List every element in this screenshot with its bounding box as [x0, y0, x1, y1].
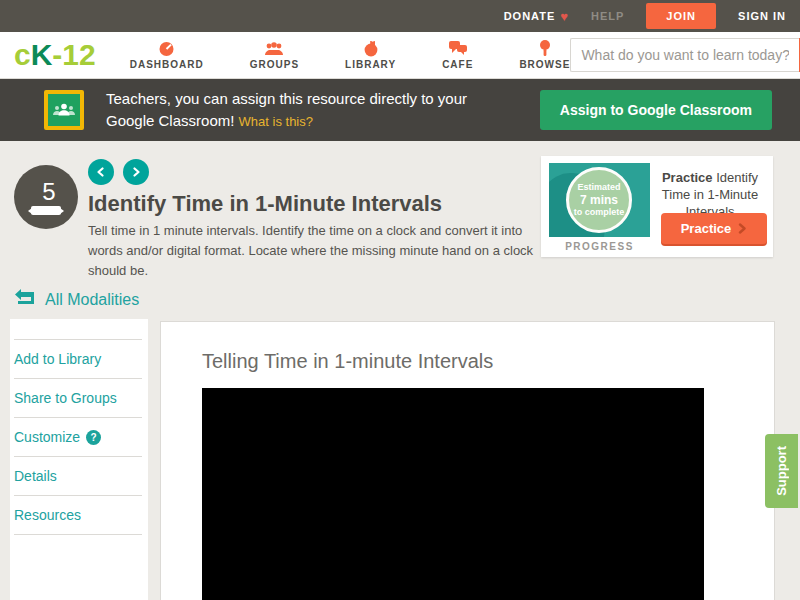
nav-item-cafe[interactable]: CAFE [442, 41, 473, 70]
browse-icon [539, 41, 551, 57]
nav-items: DASHBOARD GROUPS LIBRARY CAFE [130, 41, 571, 70]
lesson-section: 5 Identify Time in 1-Minute Intervals Te… [0, 141, 800, 600]
all-modalities-link[interactable]: All Modalities [14, 289, 139, 310]
practice-card: Estimated 7 mins to complete PROGRESS Pr… [541, 156, 773, 257]
logo-k: K [31, 38, 53, 71]
chevron-left-icon [96, 167, 106, 177]
groups-icon [264, 41, 284, 57]
all-modalities-label: All Modalities [45, 291, 139, 309]
nav-label: BROWSE [519, 59, 570, 70]
assign-google-classroom-button[interactable]: Assign to Google Classroom [540, 90, 772, 130]
top-bar: DONATE ♥ HELP JOIN SIGN IN [0, 0, 800, 32]
lesson-description: Tell time in 1 minute intervals. Identif… [88, 221, 540, 281]
lesson-sidebar: Add to Library Share to Groups Customize… [10, 319, 148, 600]
sidebar-item-label: Customize [14, 429, 80, 445]
nav-bar: cK-12 DASHBOARD GROUPS LIBRARY [0, 32, 800, 79]
sidebar-item-resources[interactable]: Resources [14, 495, 142, 535]
video-player[interactable] [202, 388, 704, 600]
nav-label: CAFE [442, 59, 473, 70]
support-tab[interactable]: Support [765, 434, 798, 508]
what-is-this-link[interactable]: What is this? [239, 114, 313, 129]
nav-item-groups[interactable]: GROUPS [250, 41, 299, 70]
badge-number: 5 [42, 180, 55, 204]
help-question-icon[interactable]: ? [86, 430, 101, 445]
concept-pill-icon [31, 206, 61, 215]
estimated-time-badge: Estimated 7 mins to complete [566, 167, 632, 233]
estimate-line2: 7 mins [580, 193, 618, 207]
page: DONATE ♥ HELP JOIN SIGN IN cK-12 DASHBOA… [0, 0, 800, 600]
google-classroom-icon [44, 90, 84, 130]
chevron-right-icon [131, 167, 141, 177]
sidebar-item-details[interactable]: Details [14, 456, 142, 495]
practice-button-label: Practice [681, 221, 732, 236]
support-tab-label: Support [774, 446, 789, 496]
lesson-content-panel: Telling Time in 1-minute Intervals [160, 321, 775, 600]
nav-label: LIBRARY [345, 59, 396, 70]
concept-level-badge: 5 [14, 165, 78, 229]
return-arrow-icon [14, 289, 36, 310]
sidebar-item-customize[interactable]: Customize ? [14, 417, 142, 456]
heart-icon: ♥ [560, 9, 569, 24]
practice-word: Practice [662, 170, 713, 185]
nav-label: GROUPS [250, 59, 299, 70]
search-bar [570, 38, 800, 72]
cafe-icon [449, 41, 467, 57]
help-link[interactable]: HELP [591, 10, 624, 22]
donate-label: DONATE [504, 10, 556, 22]
video-heading: Telling Time in 1-minute Intervals [202, 350, 493, 373]
nav-item-library[interactable]: LIBRARY [345, 41, 396, 70]
banner-message: Teachers, you can assign this resource d… [106, 88, 481, 132]
search-input[interactable] [570, 38, 799, 72]
logo-rest: -12 [52, 38, 95, 71]
chevron-right-icon [738, 223, 747, 234]
library-icon [363, 41, 379, 57]
practice-thumbnail[interactable]: Estimated 7 mins to complete [549, 163, 650, 237]
next-button[interactable] [123, 159, 149, 185]
progress-label: PROGRESS [549, 241, 650, 252]
sign-in-link[interactable]: SIGN IN [738, 10, 786, 22]
sidebar-item-share-to-groups[interactable]: Share to Groups [14, 378, 142, 417]
dashboard-icon [158, 41, 175, 57]
estimate-line3: to complete [574, 207, 625, 217]
join-button[interactable]: JOIN [646, 3, 716, 29]
nav-label: DASHBOARD [130, 59, 204, 70]
nav-item-browse[interactable]: BROWSE [519, 41, 570, 70]
ck12-logo[interactable]: cK-12 [14, 40, 96, 70]
previous-button[interactable] [88, 159, 114, 185]
lesson-title: Identify Time in 1-Minute Intervals [88, 191, 442, 217]
estimate-line1: Estimated [577, 182, 620, 192]
practice-button[interactable]: Practice [661, 213, 767, 244]
google-classroom-banner: Teachers, you can assign this resource d… [0, 79, 800, 141]
nav-item-dashboard[interactable]: DASHBOARD [130, 41, 204, 70]
lesson-pager [88, 159, 149, 185]
sidebar-item-add-to-library[interactable]: Add to Library [14, 339, 142, 378]
donate-link[interactable]: DONATE ♥ [504, 9, 569, 24]
logo-c: c [14, 38, 31, 71]
